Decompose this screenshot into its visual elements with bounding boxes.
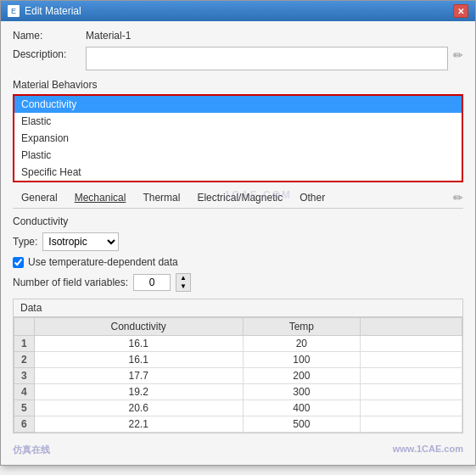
behaviors-header: Material Behaviors [13, 79, 463, 91]
close-button[interactable]: ✕ [453, 4, 468, 18]
field-variables-input[interactable] [133, 274, 171, 291]
behavior-item-elastic[interactable]: Elastic [14, 113, 462, 130]
cell-conductivity-4[interactable]: 19.2 [34, 384, 243, 400]
tab-other[interactable]: Other [291, 189, 333, 206]
col-header-num [14, 318, 35, 336]
tab-general[interactable]: General [13, 189, 66, 206]
name-label: Name: [13, 30, 81, 42]
field-variables-spinner: ▲ ▼ [176, 273, 191, 292]
row-num-6: 6 [14, 416, 35, 433]
title-controls: ✕ [453, 4, 468, 18]
row-num-1: 1 [14, 336, 35, 352]
cell-conductivity-5[interactable]: 20.6 [34, 400, 243, 416]
spinner-down-button[interactable]: ▼ [176, 282, 190, 291]
edit-material-window: E Edit Material ✕ Name: Material-1 Descr… [0, 0, 476, 466]
temperature-checkbox[interactable] [13, 257, 24, 268]
name-value: Material-1 [86, 30, 131, 42]
cell-conductivity-3[interactable]: 17.7 [34, 368, 243, 384]
description-label: Description: [13, 47, 81, 60]
tab-mechanical[interactable]: Mechanical [66, 189, 135, 206]
type-row: Type: Isotropic Orthotropic Anisotropic [13, 232, 463, 251]
cell-temp-4[interactable]: 300 [243, 384, 360, 400]
footer-right-watermark: www.1CAE.com [393, 444, 463, 456]
behaviors-list: Conductivity Elastic Expansion Plastic S… [13, 94, 463, 182]
cell-conductivity-2[interactable]: 16.1 [34, 352, 243, 368]
spinner-up-button[interactable]: ▲ [176, 274, 190, 282]
col-header-conductivity: Conductivity [34, 318, 243, 336]
cell-conductivity-6[interactable]: 22.1 [34, 416, 243, 433]
cell-empty-3 [361, 368, 462, 384]
field-variables-label: Number of field variables: [13, 277, 128, 288]
tabs-edit-icon[interactable]: ✏ [453, 191, 463, 204]
tabs-container: General Mechanical Thermal Electrical/Ma… [13, 189, 463, 209]
tab-electrical-magnetic[interactable]: Electrical/Magnetic [188, 189, 291, 206]
table-row: 3 17.7 200 [14, 368, 462, 384]
col-header-temp: Temp [243, 318, 360, 336]
data-table: Conductivity Temp 1 16.1 20 [14, 317, 462, 433]
table-row: 6 22.1 500 [14, 416, 462, 433]
cell-empty-2 [361, 352, 462, 368]
cell-empty-6 [361, 416, 462, 433]
cell-temp-6[interactable]: 500 [243, 416, 360, 433]
behavior-item-expansion[interactable]: Expansion [14, 130, 462, 147]
temperature-checkbox-row: Use temperature-dependent data [13, 256, 463, 268]
table-row: 1 16.1 20 [14, 336, 462, 352]
cell-temp-2[interactable]: 100 [243, 352, 360, 368]
data-section-header: Data [14, 299, 462, 317]
row-num-4: 4 [14, 384, 35, 400]
content-area: Name: Material-1 Description: ✏ Material… [1, 21, 475, 465]
cell-empty-1 [361, 336, 462, 352]
description-edit-icon[interactable]: ✏ [453, 48, 463, 62]
table-row: 2 16.1 100 [14, 352, 462, 368]
name-row: Name: Material-1 [13, 30, 463, 42]
tabs-row: General Mechanical Thermal Electrical/Ma… [13, 189, 463, 209]
tab-thermal[interactable]: Thermal [134, 189, 188, 206]
description-input[interactable] [86, 47, 448, 70]
window-icon: E [8, 5, 20, 17]
type-select[interactable]: Isotropic Orthotropic Anisotropic [42, 232, 119, 251]
title-bar: E Edit Material ✕ [1, 1, 475, 21]
behavior-item-specific-heat[interactable]: Specific Heat [14, 164, 462, 181]
cell-empty-5 [361, 400, 462, 416]
type-label: Type: [13, 236, 37, 248]
cell-temp-3[interactable]: 200 [243, 368, 360, 384]
footer-left-watermark: 仿真在线 [13, 444, 50, 456]
temperature-checkbox-label: Use temperature-dependent data [28, 256, 178, 268]
behavior-item-plastic[interactable]: Plastic [14, 147, 462, 164]
conductivity-title: Conductivity [13, 215, 463, 227]
col-header-empty [361, 318, 462, 336]
data-section: Data Conductivity Temp 1 16.1 [13, 299, 463, 433]
row-num-3: 3 [14, 368, 35, 384]
description-row: Description: ✏ [13, 47, 463, 70]
table-row: 4 19.2 300 [14, 384, 462, 400]
conductivity-section: Conductivity Type: Isotropic Orthotropic… [13, 215, 463, 433]
cell-temp-1[interactable]: 20 [243, 336, 360, 352]
row-num-2: 2 [14, 352, 35, 368]
window-title: Edit Material [25, 5, 81, 17]
cell-conductivity-1[interactable]: 16.1 [34, 336, 243, 352]
cell-temp-5[interactable]: 400 [243, 400, 360, 416]
footer: 仿真在线 www.1CAE.com [13, 440, 463, 456]
field-variables-row: Number of field variables: ▲ ▼ [13, 273, 463, 292]
cell-empty-4 [361, 384, 462, 400]
row-num-5: 5 [14, 400, 35, 416]
behavior-item-conductivity[interactable]: Conductivity [14, 96, 462, 113]
table-row: 5 20.6 400 [14, 400, 462, 416]
